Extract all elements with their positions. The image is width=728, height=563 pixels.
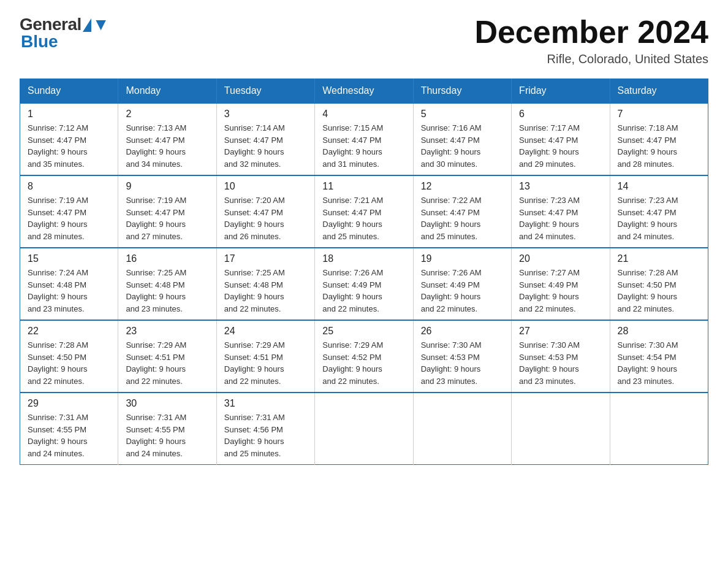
- calendar-cell: 31Sunrise: 7:31 AMSunset: 4:56 PMDayligh…: [216, 393, 314, 465]
- logo: General ▼ Blue: [20, 15, 110, 52]
- calendar-cell: 27Sunrise: 7:30 AMSunset: 4:53 PMDayligh…: [512, 320, 610, 393]
- day-info: Sunrise: 7:30 AMSunset: 4:53 PMDaylight:…: [519, 339, 602, 387]
- week-row-4: 22Sunrise: 7:28 AMSunset: 4:50 PMDayligh…: [20, 320, 708, 393]
- day-info: Sunrise: 7:29 AMSunset: 4:52 PMDaylight:…: [322, 339, 405, 387]
- calendar-table: SundayMondayTuesdayWednesdayThursdayFrid…: [20, 79, 708, 465]
- day-info: Sunrise: 7:13 AMSunset: 4:47 PMDaylight:…: [126, 122, 208, 170]
- day-number: 17: [224, 253, 307, 264]
- calendar-cell: 3Sunrise: 7:14 AMSunset: 4:47 PMDaylight…: [216, 103, 314, 175]
- calendar-cell: 6Sunrise: 7:17 AMSunset: 4:47 PMDaylight…: [512, 103, 610, 175]
- calendar-header-row: SundayMondayTuesdayWednesdayThursdayFrid…: [20, 79, 708, 104]
- day-info: Sunrise: 7:30 AMSunset: 4:53 PMDaylight:…: [421, 339, 504, 387]
- logo-bottom-text: Blue: [21, 32, 58, 52]
- day-number: 3: [224, 109, 307, 120]
- calendar-cell: 13Sunrise: 7:23 AMSunset: 4:47 PMDayligh…: [512, 175, 610, 248]
- month-title: December 2024: [474, 15, 708, 50]
- calendar-cell: 12Sunrise: 7:22 AMSunset: 4:47 PMDayligh…: [413, 175, 511, 248]
- day-number: 2: [126, 109, 208, 120]
- day-number: 20: [519, 253, 602, 264]
- day-number: 23: [126, 326, 208, 337]
- calendar-cell: 4Sunrise: 7:15 AMSunset: 4:47 PMDaylight…: [315, 103, 413, 175]
- calendar-cell: 7Sunrise: 7:18 AMSunset: 4:47 PMDaylight…: [610, 103, 708, 175]
- day-number: 7: [618, 109, 700, 120]
- calendar-cell: 14Sunrise: 7:23 AMSunset: 4:47 PMDayligh…: [610, 175, 708, 248]
- calendar-cell: [610, 393, 708, 465]
- calendar-cell: 15Sunrise: 7:24 AMSunset: 4:48 PMDayligh…: [20, 248, 118, 320]
- logo-arrow-icon: [83, 18, 91, 32]
- day-info: Sunrise: 7:14 AMSunset: 4:47 PMDaylight:…: [224, 122, 307, 170]
- calendar-cell: 23Sunrise: 7:29 AMSunset: 4:51 PMDayligh…: [118, 320, 216, 393]
- week-row-2: 8Sunrise: 7:19 AMSunset: 4:47 PMDaylight…: [20, 175, 708, 248]
- day-info: Sunrise: 7:15 AMSunset: 4:47 PMDaylight:…: [322, 122, 405, 170]
- calendar-cell: 30Sunrise: 7:31 AMSunset: 4:55 PMDayligh…: [118, 393, 216, 465]
- calendar-cell: 16Sunrise: 7:25 AMSunset: 4:48 PMDayligh…: [118, 248, 216, 320]
- day-number: 6: [519, 109, 602, 120]
- day-info: Sunrise: 7:31 AMSunset: 4:56 PMDaylight:…: [224, 412, 307, 459]
- day-number: 4: [322, 109, 405, 120]
- calendar-cell: [512, 393, 610, 465]
- calendar-cell: 25Sunrise: 7:29 AMSunset: 4:52 PMDayligh…: [315, 320, 413, 393]
- page-header: General ▼ Blue December 2024 Rifle, Colo…: [20, 15, 708, 66]
- day-info: Sunrise: 7:27 AMSunset: 4:49 PMDaylight:…: [519, 267, 602, 315]
- day-info: Sunrise: 7:25 AMSunset: 4:48 PMDaylight:…: [224, 267, 307, 315]
- calendar-cell: 2Sunrise: 7:13 AMSunset: 4:47 PMDaylight…: [118, 103, 216, 175]
- week-row-1: 1Sunrise: 7:12 AMSunset: 4:47 PMDaylight…: [20, 103, 708, 175]
- calendar-cell: [315, 393, 413, 465]
- calendar-cell: 24Sunrise: 7:29 AMSunset: 4:51 PMDayligh…: [216, 320, 314, 393]
- calendar-cell: 5Sunrise: 7:16 AMSunset: 4:47 PMDaylight…: [413, 103, 511, 175]
- day-number: 16: [126, 253, 208, 264]
- week-row-5: 29Sunrise: 7:31 AMSunset: 4:55 PMDayligh…: [20, 393, 708, 465]
- day-number: 26: [421, 326, 504, 337]
- day-number: 5: [421, 109, 504, 120]
- day-info: Sunrise: 7:16 AMSunset: 4:47 PMDaylight:…: [421, 122, 504, 170]
- calendar-cell: 18Sunrise: 7:26 AMSunset: 4:49 PMDayligh…: [315, 248, 413, 320]
- calendar-cell: 29Sunrise: 7:31 AMSunset: 4:55 PMDayligh…: [20, 393, 118, 465]
- day-number: 19: [421, 253, 504, 264]
- day-number: 25: [322, 326, 405, 337]
- day-number: 31: [224, 398, 307, 409]
- day-info: Sunrise: 7:21 AMSunset: 4:47 PMDaylight:…: [322, 194, 405, 242]
- logo-blue-text: ▼: [93, 15, 110, 34]
- calendar-cell: 28Sunrise: 7:30 AMSunset: 4:54 PMDayligh…: [610, 320, 708, 393]
- day-number: 14: [618, 181, 700, 192]
- day-info: Sunrise: 7:19 AMSunset: 4:47 PMDaylight:…: [28, 194, 110, 242]
- day-info: Sunrise: 7:12 AMSunset: 4:47 PMDaylight:…: [28, 122, 110, 170]
- day-info: Sunrise: 7:22 AMSunset: 4:47 PMDaylight:…: [421, 194, 504, 242]
- header-monday: Monday: [118, 79, 216, 104]
- calendar-cell: 1Sunrise: 7:12 AMSunset: 4:47 PMDaylight…: [20, 103, 118, 175]
- calendar-cell: 11Sunrise: 7:21 AMSunset: 4:47 PMDayligh…: [315, 175, 413, 248]
- day-number: 30: [126, 398, 208, 409]
- location-text: Rifle, Colorado, United States: [474, 52, 708, 66]
- day-info: Sunrise: 7:31 AMSunset: 4:55 PMDaylight:…: [28, 412, 110, 459]
- day-number: 9: [126, 181, 208, 192]
- day-info: Sunrise: 7:28 AMSunset: 4:50 PMDaylight:…: [28, 339, 110, 387]
- calendar-cell: 10Sunrise: 7:20 AMSunset: 4:47 PMDayligh…: [216, 175, 314, 248]
- day-info: Sunrise: 7:23 AMSunset: 4:47 PMDaylight:…: [519, 194, 602, 242]
- day-info: Sunrise: 7:18 AMSunset: 4:47 PMDaylight:…: [618, 122, 700, 170]
- header-thursday: Thursday: [413, 79, 511, 104]
- day-number: 24: [224, 326, 307, 337]
- day-info: Sunrise: 7:29 AMSunset: 4:51 PMDaylight:…: [126, 339, 208, 387]
- day-number: 11: [322, 181, 405, 192]
- day-number: 29: [28, 398, 110, 409]
- day-info: Sunrise: 7:31 AMSunset: 4:55 PMDaylight:…: [126, 412, 208, 459]
- header-friday: Friday: [512, 79, 610, 104]
- week-row-3: 15Sunrise: 7:24 AMSunset: 4:48 PMDayligh…: [20, 248, 708, 320]
- day-info: Sunrise: 7:25 AMSunset: 4:48 PMDaylight:…: [126, 267, 208, 315]
- title-section: December 2024 Rifle, Colorado, United St…: [474, 15, 708, 66]
- calendar-cell: 8Sunrise: 7:19 AMSunset: 4:47 PMDaylight…: [20, 175, 118, 248]
- header-sunday: Sunday: [20, 79, 118, 104]
- day-info: Sunrise: 7:28 AMSunset: 4:50 PMDaylight:…: [618, 267, 700, 315]
- day-number: 1: [28, 109, 110, 120]
- calendar-cell: 19Sunrise: 7:26 AMSunset: 4:49 PMDayligh…: [413, 248, 511, 320]
- day-info: Sunrise: 7:29 AMSunset: 4:51 PMDaylight:…: [224, 339, 307, 387]
- day-info: Sunrise: 7:26 AMSunset: 4:49 PMDaylight:…: [421, 267, 504, 315]
- header-wednesday: Wednesday: [315, 79, 413, 104]
- day-number: 8: [28, 181, 110, 192]
- calendar-cell: 22Sunrise: 7:28 AMSunset: 4:50 PMDayligh…: [20, 320, 118, 393]
- day-info: Sunrise: 7:20 AMSunset: 4:47 PMDaylight:…: [224, 194, 307, 242]
- day-info: Sunrise: 7:19 AMSunset: 4:47 PMDaylight:…: [126, 194, 208, 242]
- header-tuesday: Tuesday: [216, 79, 314, 104]
- day-info: Sunrise: 7:23 AMSunset: 4:47 PMDaylight:…: [618, 194, 700, 242]
- calendar-cell: [413, 393, 511, 465]
